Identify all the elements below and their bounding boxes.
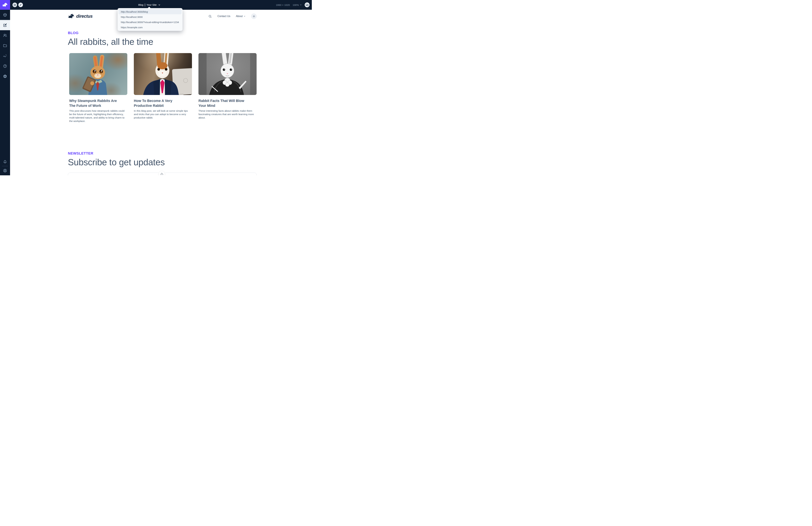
post-title: Why Steampunk Rabbits Are The Future of …	[69, 99, 121, 108]
theme-toggle-button[interactable]	[251, 14, 257, 19]
nav-link-about[interactable]: About	[236, 15, 246, 18]
module-help[interactable]	[0, 61, 10, 71]
url-option-example[interactable]: https://example.com	[118, 25, 182, 30]
module-bar	[0, 10, 10, 175]
notifications-button[interactable]	[0, 160, 10, 164]
url-dropdown-menu: http://localhost:3000/blog http://localh…	[118, 8, 183, 31]
gear-icon	[3, 74, 7, 78]
site-logo[interactable]: directus	[68, 14, 92, 19]
directus-rabbit-icon	[2, 3, 8, 7]
url-option-blog[interactable]: http://localhost:3000/blog	[118, 9, 182, 14]
module-content[interactable]	[0, 10, 10, 20]
blog-title: All rabbits, all the time	[68, 37, 257, 47]
post-card-facts[interactable]: Rabbit Facts That Will Blow Your Mind Th…	[199, 53, 257, 123]
post-title: Rabbit Facts That Will Blow Your Mind	[199, 99, 250, 108]
module-files[interactable]	[0, 41, 10, 50]
post-grid: Why Steampunk Rabbits Are The Future of …	[68, 53, 257, 123]
search-button[interactable]	[208, 14, 212, 18]
module-settings[interactable]	[0, 71, 10, 81]
chevron-down-icon	[300, 4, 302, 6]
post-excerpt: These interesting facts about rabbits ma…	[199, 109, 256, 119]
module-users[interactable]	[0, 30, 10, 41]
bell-icon	[3, 160, 7, 164]
url-option-visual-editing[interactable]: http://localhost:3000/?visual-editing=tr…	[118, 19, 182, 25]
newsletter-eyebrow: NEWSLETTER	[68, 151, 257, 156]
module-visual-editor[interactable]	[0, 20, 10, 30]
edit-square-icon	[3, 23, 7, 27]
about-label: About	[236, 15, 243, 18]
pencil-icon	[19, 3, 22, 6]
zoom-dropdown[interactable]: 100%	[293, 3, 302, 6]
search-icon	[208, 14, 212, 18]
users-icon	[3, 33, 7, 38]
post-excerpt: In this blog post, we will look at some …	[134, 109, 191, 119]
post-image-steampunk-rabbit	[69, 53, 127, 95]
site-label: Your Site	[146, 3, 157, 6]
site-preview: directus Contact Us About BLOG	[10, 10, 312, 175]
account-button[interactable]	[0, 169, 10, 173]
post-card-productive[interactable]: How To Become A Very Productive Rabbit I…	[134, 53, 192, 123]
url-option-root[interactable]: http://localhost:3000	[118, 14, 182, 19]
box-icon	[3, 13, 7, 17]
viewport-dimensions: 1860 × 1020	[276, 3, 290, 6]
responsive-devices-button[interactable]	[305, 2, 309, 7]
chevron-down-icon	[244, 15, 246, 17]
devices-icon	[306, 3, 309, 6]
account-circle-icon	[3, 169, 7, 173]
nav-link-contact[interactable]: Contact Us	[217, 15, 230, 18]
directus-rabbit-icon	[68, 14, 75, 19]
sun-icon	[252, 15, 256, 18]
title-divider	[145, 3, 145, 6]
help-icon	[3, 64, 7, 68]
folder-icon	[3, 44, 7, 48]
collapse-panel-icon	[14, 3, 16, 6]
newsletter-title: Subscribe to get updates	[68, 158, 257, 167]
insights-icon	[3, 54, 7, 58]
post-excerpt: This post discusses how steampunk rabbit…	[69, 109, 126, 123]
site-brand-wordmark: directus	[76, 14, 92, 19]
directus-logo-button[interactable]	[0, 0, 10, 10]
post-title: How To Become A Very Productive Rabbit	[134, 99, 186, 108]
site-nav: Contact Us About	[208, 14, 257, 19]
post-card-steampunk[interactable]: Why Steampunk Rabbits Are The Future of …	[69, 53, 127, 123]
module-insights[interactable]	[0, 50, 10, 61]
zoom-value: 100%	[293, 3, 299, 6]
edit-mode-button[interactable]	[18, 3, 23, 7]
post-image-suit-rabbit	[134, 53, 192, 95]
sidebar-divider	[2, 166, 8, 166]
nuxt-icon	[160, 172, 163, 175]
page-label: Blog	[139, 3, 143, 6]
post-image-engraved-rabbit	[199, 53, 257, 95]
chevron-down-icon	[158, 4, 160, 6]
contact-label: Contact Us	[217, 15, 230, 18]
collapse-sidebar-button[interactable]	[13, 3, 17, 7]
blog-eyebrow: BLOG	[68, 31, 257, 35]
